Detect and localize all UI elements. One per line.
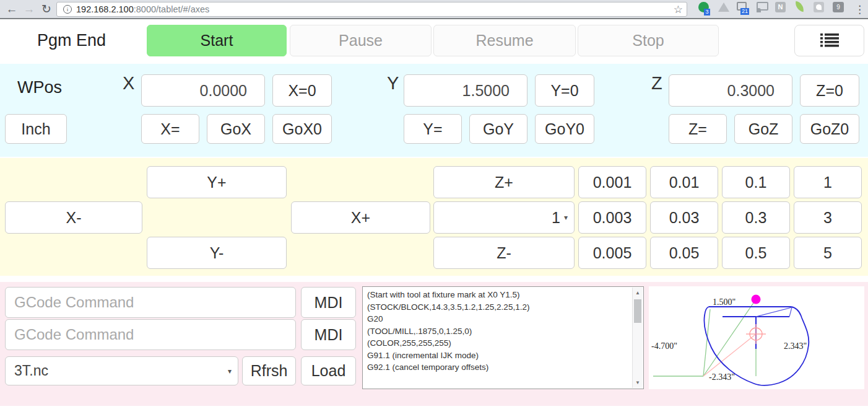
history-extension-icon[interactable]: 9 [833, 2, 844, 12]
url-path: :8000/tablet/#/axes [134, 4, 210, 14]
gcode-line: G91.1 (incremental IJK mode) [367, 350, 628, 362]
dim-right-label: 2.343" [784, 341, 807, 351]
pause-button[interactable]: Pause [290, 25, 432, 56]
scroll-up-icon[interactable]: ▲ [633, 288, 643, 297]
menu-button[interactable] [794, 25, 864, 56]
menu-list-icon [820, 33, 839, 48]
gcode-line: (Start with tool at fixture mark at X0 Y… [367, 289, 628, 301]
y-zero-button[interactable]: Y=0 [535, 74, 594, 107]
info-icon[interactable]: i [63, 5, 72, 14]
axis-x-letter: X [123, 73, 134, 94]
y-set-button[interactable]: Y= [404, 114, 462, 144]
origin-crosshair-icon [746, 324, 766, 344]
resume-button[interactable]: Resume [433, 25, 576, 56]
wpos-section: WPos X 0.0000 X=0 Y 1.5000 Y=0 Z 0.3000 … [0, 64, 868, 157]
z-set-button[interactable]: Z= [669, 114, 727, 144]
gcode-line: (COLOR,255,255,255) [367, 337, 628, 350]
tool-position-dot [752, 295, 761, 304]
gcode-command-input-1[interactable]: GCode Command [5, 287, 296, 318]
program-toolbar: Pgm End Start Pause Resume Stop [0, 20, 868, 62]
stop-button[interactable]: Stop [578, 25, 719, 56]
go-x-button[interactable]: GoX [207, 114, 265, 144]
gcode-line: G92.1 (cancel temporary offsets) [367, 361, 628, 374]
jog-z-plus-button[interactable]: Z+ [433, 166, 575, 198]
notifier-badge: 3 [704, 9, 710, 15]
go-y-button[interactable]: GoY [469, 114, 527, 144]
dim-top-label: 1.500" [713, 297, 736, 307]
step-05-button[interactable]: 0.5 [722, 237, 790, 269]
leaf-extension-icon[interactable] [795, 2, 804, 11]
chevron-down-icon: ▾ [228, 367, 232, 376]
step-005-button[interactable]: 0.05 [650, 237, 718, 269]
n-extension-icon[interactable]: N [775, 2, 786, 12]
scrollbar-thumb[interactable] [634, 299, 641, 323]
step-03-button[interactable]: 0.3 [722, 201, 790, 234]
start-button[interactable]: Start [147, 25, 287, 56]
jog-x-plus-button[interactable]: X+ [291, 201, 430, 234]
pdf-extension-icon[interactable] [814, 2, 824, 12]
axis-z-letter: Z [651, 73, 662, 94]
step-size-select[interactable]: 1 ▾ [433, 201, 575, 234]
x-position-input[interactable]: 0.0000 [141, 74, 265, 107]
go-z-button[interactable]: GoZ [734, 114, 792, 144]
mdi-file-section: GCode Command MDI GCode Command MDI 3T.n… [0, 282, 868, 406]
jog-z-minus-button[interactable]: Z- [433, 237, 575, 269]
app-window: ← → ↻ i 192.168.2.100 :8000/tablet/#/axe… [0, 0, 868, 409]
load-file-button[interactable]: Load [301, 356, 356, 385]
dim-bottom-label: -2.343" [709, 372, 735, 382]
gcode-command-input-2[interactable]: GCode Command [5, 319, 296, 350]
step-01-button[interactable]: 0.1 [722, 166, 790, 198]
jog-x-minus-button[interactable]: X- [5, 201, 142, 234]
step-5-button[interactable]: 5 [794, 237, 862, 269]
dim-left-label: -4.700" [651, 341, 677, 351]
step-001-button[interactable]: 0.01 [650, 166, 718, 198]
unit-toggle-button[interactable]: Inch [5, 114, 67, 144]
step-1-button[interactable]: 1 [794, 166, 862, 198]
file-select[interactable]: 3T.nc ▾ [5, 356, 238, 385]
bookmark-star-icon[interactable]: ☆ [674, 3, 683, 16]
step-size-selected-value: 1 [552, 209, 560, 227]
step-0003-button[interactable]: 0.003 [578, 201, 646, 234]
forward-icon[interactable]: → [21, 1, 37, 17]
mdi-button-1[interactable]: MDI [301, 287, 356, 318]
browser-chrome: ← → ↻ i 192.168.2.100 :8000/tablet/#/axe… [0, 0, 868, 19]
cast-extension-icon[interactable] [757, 2, 768, 11]
wpos-title: WPos [17, 78, 62, 97]
go-y0-button[interactable]: GoY0 [535, 114, 594, 144]
mdi-button-2[interactable]: MDI [301, 319, 356, 350]
step-0005-button[interactable]: 0.005 [578, 237, 646, 269]
chrome-menu-icon[interactable]: ⋮ [854, 2, 865, 17]
url-host: 192.168.2.100 [76, 4, 134, 14]
go-x0-button[interactable]: GoX0 [272, 114, 332, 144]
gcode-line: G20 [367, 313, 628, 325]
reload-icon[interactable]: ↻ [38, 1, 54, 17]
drive-extension-icon[interactable] [718, 2, 729, 12]
program-status-label: Pgm End [37, 31, 106, 50]
step-0001-button[interactable]: 0.001 [578, 166, 646, 198]
notifier-extension-icon[interactable]: 3 [698, 2, 709, 12]
back-icon[interactable]: ← [4, 1, 20, 17]
refresh-files-button[interactable]: Rfrsh [242, 356, 296, 385]
step-003-button[interactable]: 0.03 [650, 201, 718, 234]
tag-assistant-extension-icon[interactable]: 21 [737, 2, 747, 11]
jog-y-minus-button[interactable]: Y- [147, 237, 287, 269]
gcode-listing[interactable]: (Start with tool at fixture mark at X0 Y… [362, 286, 644, 389]
x-set-button[interactable]: X= [141, 114, 199, 144]
step-3-button[interactable]: 3 [794, 201, 862, 234]
scroll-down-icon[interactable]: ▼ [633, 378, 643, 387]
gcode-line: (STOCK/BLOCK,14.3,3.5,1.2,1.25,2.25,1.2) [367, 301, 628, 314]
toolpath-preview-canvas: 1.500" -4.700" 2.343" -2.343" [649, 286, 864, 389]
jog-y-plus-button[interactable]: Y+ [147, 166, 287, 198]
file-selected-value: 3T.nc [14, 363, 48, 379]
url-bar[interactable]: i 192.168.2.100 :8000/tablet/#/axes ☆ [56, 2, 687, 17]
scrollbar[interactable]: ▲ ▼ [632, 288, 643, 388]
z-position-input[interactable]: 0.3000 [669, 74, 792, 107]
go-z0-button[interactable]: GoZ0 [800, 114, 859, 144]
y-position-input[interactable]: 1.5000 [404, 74, 527, 107]
rapid-move-lines [653, 299, 756, 376]
z-zero-button[interactable]: Z=0 [800, 74, 859, 107]
x-zero-button[interactable]: X=0 [272, 74, 332, 107]
gcode-line: (TOOL/MILL,.1875,0,1.25,0) [367, 325, 628, 338]
toolpath-diagonals [756, 307, 792, 317]
jog-section: Y+ Z+ 0.001 0.01 0.1 1 X- X+ 1 ▾ 0.003 0… [0, 158, 868, 276]
